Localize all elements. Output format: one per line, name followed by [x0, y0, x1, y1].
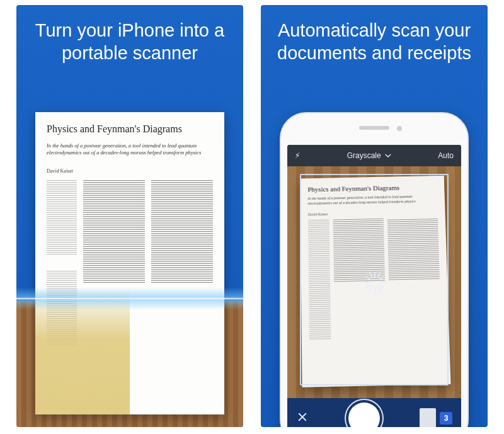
scanned-page: Physics and Feynman's Diagrams In the ha… [35, 112, 224, 414]
scanner-bottom-bar: 3 [287, 398, 461, 427]
color-mode-label: Grayscale [347, 151, 381, 160]
color-mode-selector[interactable]: Grayscale [347, 151, 391, 160]
vf-doc-byline: David Kaiser [308, 210, 438, 216]
phone-speaker [359, 126, 389, 130]
chevron-down-icon [385, 154, 391, 157]
doc-lede: In the hands of a postwar generation, a … [47, 142, 213, 157]
headline-1: Turn your iPhone into a portable scanner [16, 5, 243, 76]
cancel-button[interactable] [296, 411, 309, 426]
headline-2: Automatically scan your documents and re… [261, 5, 488, 76]
auto-capture-toggle[interactable]: Auto [438, 151, 454, 160]
vf-doc-title: Physics and Feynman's Diagrams [307, 183, 437, 193]
doc-body-columns [47, 180, 213, 346]
last-scan-thumbnail [420, 408, 436, 427]
loading-spinner-icon [364, 271, 385, 293]
scan-stack-button[interactable]: 3 [420, 408, 452, 427]
doc-title: Physics and Feynman's Diagrams [47, 123, 213, 135]
iphone-frame: ⚡︎ Grayscale Auto Physics and Feynman's … [280, 112, 469, 427]
promo-slide-2: Automatically scan your documents and re… [261, 5, 488, 427]
phone-front-camera [397, 126, 402, 131]
flash-toggle[interactable]: ⚡︎ [295, 151, 300, 160]
scan-count-badge: 3 [440, 412, 452, 425]
scanner-top-bar: ⚡︎ Grayscale Auto [287, 145, 461, 166]
shutter-button[interactable] [348, 403, 380, 427]
camera-viewfinder: Physics and Feynman's Diagrams In the ha… [287, 166, 461, 398]
close-icon [296, 411, 309, 423]
promo-slide-1: Turn your iPhone into a portable scanner… [16, 5, 243, 427]
phone-screen: ⚡︎ Grayscale Auto Physics and Feynman's … [287, 145, 461, 427]
vf-doc-lede: In the hands of a postwar generation, a … [308, 194, 438, 206]
doc-byline: David Kaiser [47, 168, 213, 174]
